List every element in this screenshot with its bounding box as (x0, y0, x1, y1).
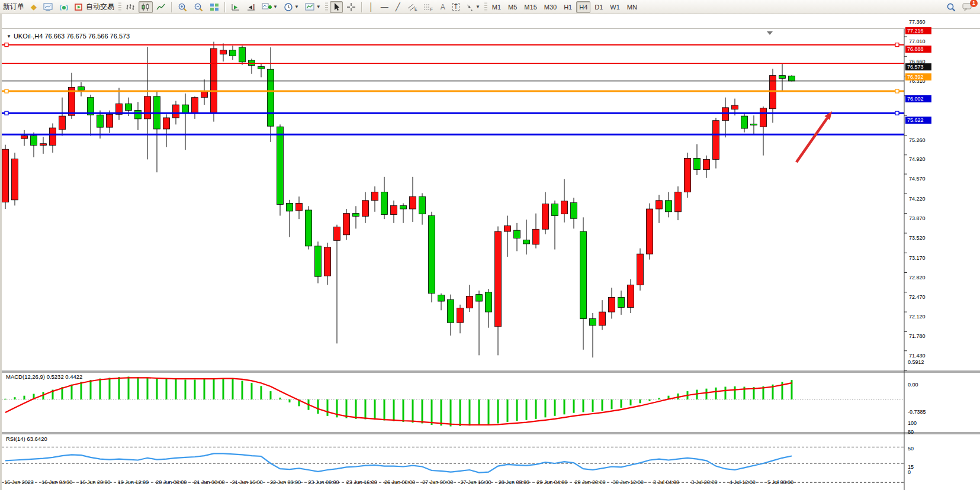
time-axis-label: 27 Jun 16:00 (455, 479, 497, 485)
zoom-in-button[interactable] (175, 1, 190, 13)
candle-body (703, 159, 710, 169)
time-axis-label: 29 Jun 20:00 (570, 479, 611, 485)
new-order-button[interactable]: 新订单 (1, 1, 27, 13)
candle-body (144, 96, 151, 119)
candle-body (343, 214, 350, 235)
fibonacci-tool-button[interactable]: F (421, 1, 436, 13)
price-badge: 76.573 (905, 63, 931, 70)
timeframe-button-m15[interactable]: M15 (521, 1, 539, 13)
time-axis-label: 5 Jul 08:00 (760, 479, 801, 485)
time-axis-label: 26 Jun 08:00 (379, 479, 420, 485)
candle-body (258, 66, 265, 69)
chart-window: ▼UKOil-,H4 76.663 76.675 76.566 76.573 M… (0, 14, 980, 490)
line-handle[interactable] (895, 43, 899, 47)
text-label-tool-button[interactable]: T (450, 1, 462, 13)
cursor-tool-button[interactable] (330, 1, 343, 13)
price-axis-label: 77.360 (909, 19, 926, 25)
rsi-axis-label: 80 (908, 429, 914, 436)
time-axis-label: 3 Jul 20:00 (683, 479, 725, 485)
time-axis-label: 20 Jun 08:00 (150, 479, 192, 485)
timeframe-button-m5[interactable]: M5 (505, 1, 520, 13)
candle-body (486, 292, 492, 312)
arrows-tool-icon (465, 3, 474, 11)
crosshair-tool-button[interactable] (344, 1, 358, 13)
candle-body (201, 92, 208, 98)
svg-text:F: F (430, 7, 433, 11)
candlestick-mode-button[interactable] (139, 1, 153, 13)
timeframe-button-d1[interactable]: D1 (592, 1, 606, 13)
annotation-arrow-shaft[interactable] (796, 118, 827, 162)
candle-body (410, 196, 416, 209)
line-chart-icon (156, 3, 166, 11)
chevron-down-icon: ▼ (273, 4, 278, 9)
timeframe-button-m30[interactable]: M30 (541, 1, 560, 13)
candle-body (135, 111, 142, 119)
line-handle[interactable] (895, 111, 899, 115)
candle-body (694, 158, 701, 169)
candle-body (372, 192, 378, 201)
candle-body (230, 50, 236, 56)
candle-body (741, 116, 748, 128)
arrows-tool-button[interactable]: ▼ (463, 1, 483, 13)
horizontal-line-tool-button[interactable]: — (378, 1, 391, 13)
zoom-in-icon (178, 2, 188, 12)
notifications-button[interactable]: 1 (960, 1, 975, 13)
candle-body (647, 209, 653, 254)
svg-text:E: E (415, 7, 417, 11)
zoom-out-button[interactable] (191, 1, 206, 13)
price-axis-label: 71.430 (909, 353, 926, 359)
candle-body (50, 128, 56, 145)
time-axis-label: 30 Jun 12:00 (608, 479, 649, 485)
candle-body (580, 231, 587, 318)
candle-body (732, 105, 738, 109)
line-chart-mode-button[interactable] (154, 1, 168, 13)
candle-body (2, 149, 9, 202)
candle-body (306, 210, 312, 246)
candle-body (315, 246, 322, 276)
line-handle[interactable] (5, 43, 8, 47)
chart-shift-button[interactable] (244, 1, 258, 13)
time-axis-label: 16 Jun 04:00 (36, 479, 78, 485)
text-tool-button[interactable]: A (437, 1, 449, 13)
candle-body (495, 231, 502, 327)
macd-axis-label: 0.5912 (908, 359, 924, 366)
trendline-tool-button[interactable]: ╱ (392, 1, 404, 13)
period-selector-button[interactable]: ▼ (281, 1, 301, 13)
timeframe-button-m1[interactable]: M1 (489, 1, 504, 13)
timeframe-button-w1[interactable]: W1 (607, 1, 623, 13)
chart-template-icon (305, 2, 315, 11)
tile-windows-button[interactable] (207, 1, 221, 13)
candle-body (362, 201, 369, 217)
timeframe-button-h1[interactable]: H1 (561, 1, 575, 13)
add-indicator-button[interactable]: ▼ (259, 1, 280, 13)
line-handle[interactable] (895, 89, 899, 93)
collapse-triangle-icon[interactable]: ▼ (7, 34, 11, 39)
candle-body (78, 87, 85, 91)
zoom-out-icon (194, 2, 204, 12)
line-handle[interactable] (5, 111, 8, 115)
alerts-button[interactable] (57, 1, 71, 13)
timeframe-button-mn[interactable]: MN (624, 1, 640, 13)
toolbar-grip (325, 2, 328, 12)
candle-body (656, 201, 663, 209)
candle-body (457, 308, 464, 323)
chart-shift-marker[interactable] (767, 31, 773, 35)
price-axis-label: 75.260 (909, 137, 926, 144)
time-axis-label: 4 Jul 12:00 (722, 479, 763, 485)
search-button[interactable] (944, 1, 959, 13)
auto-scroll-button[interactable] (229, 1, 243, 13)
timeframe-button-h4[interactable]: H4 (576, 1, 590, 13)
history-center-button[interactable]: ◆ (28, 1, 40, 13)
line-handle[interactable] (5, 89, 8, 93)
channel-tool-button[interactable]: E (405, 1, 420, 13)
price-chart-canvas[interactable] (2, 14, 980, 490)
candle-body (21, 136, 28, 138)
market-watch-button[interactable] (41, 1, 56, 13)
bar-chart-mode-button[interactable] (123, 1, 137, 13)
auto-trading-button[interactable]: 自动交易 (72, 1, 117, 13)
price-axis-label: 77.010 (909, 38, 926, 45)
price-badge: 76.392 (905, 73, 931, 80)
vertical-line-tool-button[interactable]: │ (365, 1, 377, 13)
price-axis-label: 74.220 (909, 196, 926, 202)
template-selector-button[interactable]: ▼ (303, 1, 323, 13)
